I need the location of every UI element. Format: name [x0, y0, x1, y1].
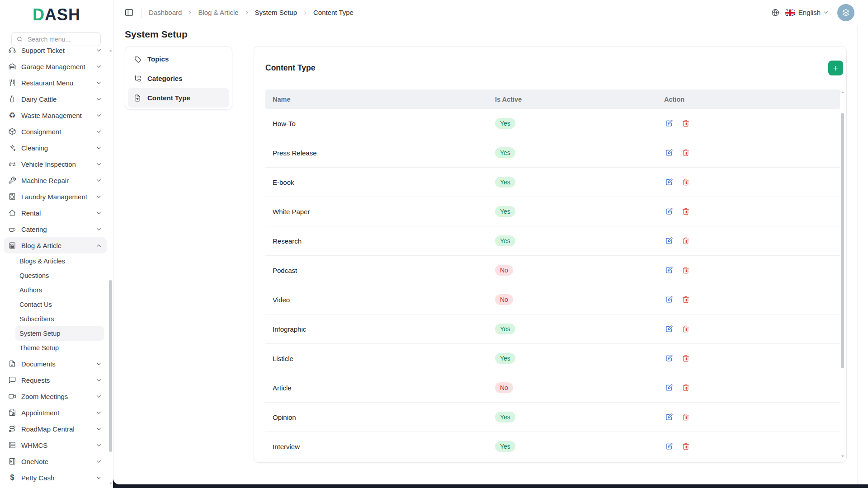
app-logo: DASH [0, 5, 113, 24]
delete-button[interactable] [682, 207, 690, 216]
uk-flag-icon[interactable] [785, 9, 795, 16]
sidebar-item-rental[interactable]: Rental [4, 205, 107, 221]
sidebar-item-vehicle-inspection[interactable]: Vehicle Inspection [4, 156, 107, 172]
setup-nav-item-topics[interactable]: Topics [128, 49, 229, 69]
edit-button[interactable] [665, 296, 673, 304]
sidebar-subitem-blogs-articles[interactable]: Blogs & Articles [15, 254, 104, 268]
route-icon [8, 424, 17, 433]
language-selector[interactable]: English [798, 9, 821, 16]
table-scrollbar-thumb[interactable] [841, 113, 844, 368]
setup-nav-item-categories[interactable]: Categories [128, 69, 229, 88]
edit-button[interactable] [665, 119, 673, 127]
edit-button[interactable] [665, 413, 673, 421]
delete-button[interactable] [682, 413, 690, 421]
column-header-name: Name [265, 96, 488, 103]
sidebar-item-waste-management[interactable]: ♻Waste Management [4, 107, 107, 123]
sidebar-item-roadmap-central[interactable]: RoadMap Central [4, 421, 107, 437]
sidebar-item-onenote[interactable]: OneNote [4, 453, 107, 469]
sidebar-item-support-ticket[interactable]: Support Ticket [4, 47, 107, 58]
sidebar-toggle-icon[interactable] [124, 8, 134, 17]
sidebar-item-requests[interactable]: Requests [4, 372, 107, 388]
table-scroll-up-arrow-icon[interactable] [841, 91, 844, 93]
sidebar-item-dairy-cattle[interactable]: Dairy Cattle [4, 91, 107, 107]
wrench-icon [8, 176, 17, 185]
edit-button[interactable] [665, 325, 673, 333]
sidebar-item-garage-management[interactable]: Garage Management [4, 58, 107, 75]
delete-button[interactable] [682, 119, 690, 127]
delete-button[interactable] [682, 325, 690, 333]
breadcrumb-item-system-setup[interactable]: System Setup [255, 9, 297, 16]
delete-button[interactable] [682, 384, 690, 392]
sidebar-item-cleaning[interactable]: Cleaning [4, 140, 107, 156]
delete-button[interactable] [682, 149, 690, 157]
sidebar-subitem-questions[interactable]: Questions [15, 268, 104, 283]
user-avatar[interactable] [837, 4, 854, 21]
breadcrumb-item-dashboard[interactable]: Dashboard [149, 9, 182, 16]
language-chevron-down-icon[interactable] [822, 9, 829, 16]
search-icon [16, 36, 23, 42]
edit-button[interactable] [665, 384, 673, 392]
sidebar-item-machine-repair[interactable]: Machine Repair [4, 172, 107, 188]
edit-button[interactable] [665, 442, 673, 450]
active-badge: Yes [495, 412, 515, 422]
sidebar-item-appointment[interactable]: Appointment [4, 404, 107, 421]
sidebar-item-blog-article[interactable]: Blog & Article [4, 237, 107, 253]
sidebar-item-zoom-meetings[interactable]: Zoom Meetings [4, 388, 107, 404]
content-type-name: Listicle [265, 355, 488, 362]
sidebar-subitem-system-setup[interactable]: System Setup [15, 326, 104, 341]
chevron-down-icon [95, 393, 102, 400]
delete-button[interactable] [682, 354, 690, 362]
table-scrollbar[interactable] [841, 90, 844, 458]
breadcrumb-item-blog-article[interactable]: Blog & Article [198, 9, 238, 16]
edit-icon [665, 149, 673, 157]
globe-icon[interactable] [771, 8, 780, 17]
sidebar-item-whmcs[interactable]: WHMCS [4, 437, 107, 453]
edit-button[interactable] [665, 149, 673, 157]
sidebar-item-laundry-management[interactable]: Laundry Management [4, 188, 107, 205]
scroll-down-arrow-icon[interactable] [109, 483, 112, 484]
sidebar-item-restaurant-menu[interactable]: Restaurant Menu [4, 75, 107, 91]
delete-button[interactable] [682, 296, 690, 304]
sidebar-subitem-contact-us[interactable]: Contact Us [15, 297, 104, 312]
sidebar-item-petty-cash[interactable]: $Petty Cash [4, 469, 107, 486]
sidebar-item-documents[interactable]: Documents [4, 356, 107, 372]
content-type-name: Video [265, 296, 488, 304]
sidebar-subitem-theme-setup[interactable]: Theme Setup [15, 341, 104, 355]
sidebar-search[interactable] [11, 32, 101, 46]
active-badge: Yes [495, 235, 515, 246]
action-cell [657, 325, 840, 333]
edit-button[interactable] [665, 237, 673, 245]
sidebar-item-catering[interactable]: Catering [4, 221, 107, 237]
edit-icon [665, 442, 673, 450]
scroll-up-arrow-icon[interactable] [109, 50, 112, 52]
delete-button[interactable] [682, 178, 690, 186]
chevron-down-icon [95, 177, 102, 184]
sidebar-scrollbar-thumb[interactable] [109, 280, 112, 452]
chevron-down-icon [95, 112, 102, 119]
search-input[interactable] [27, 35, 96, 43]
edit-button[interactable] [665, 266, 673, 274]
edit-button[interactable] [665, 178, 673, 186]
trash-icon [682, 119, 690, 127]
sidebar-subitem-label: Contact Us [19, 301, 52, 308]
delete-button[interactable] [682, 237, 690, 245]
active-badge: Yes [495, 441, 515, 452]
sidebar-scrollbar[interactable] [109, 49, 112, 485]
setup-nav-item-content-type[interactable]: Content Type [128, 88, 229, 108]
delete-button[interactable] [682, 442, 690, 450]
add-content-type-button[interactable]: + [828, 61, 843, 75]
edit-button[interactable] [665, 207, 673, 216]
sidebar-subitem-authors[interactable]: Authors [15, 283, 104, 297]
content-type-name: Opinion [265, 413, 488, 421]
table-scroll-down-arrow-icon[interactable] [841, 455, 844, 457]
breadcrumb-separator-icon [187, 10, 193, 15]
trash-icon [682, 413, 690, 421]
sidebar-subitem-subscribers[interactable]: Subscribers [15, 312, 104, 326]
edit-button[interactable] [665, 354, 673, 362]
breadcrumb-item-content-type[interactable]: Content Type [313, 9, 354, 16]
sidebar-item-consignment[interactable]: Consignment [4, 123, 107, 140]
delete-button[interactable] [682, 266, 690, 274]
calendar-clock-icon [8, 408, 17, 417]
tag-icon [133, 55, 142, 63]
main-panel: DashboardBlog & ArticleSystem SetupConte… [113, 0, 868, 484]
